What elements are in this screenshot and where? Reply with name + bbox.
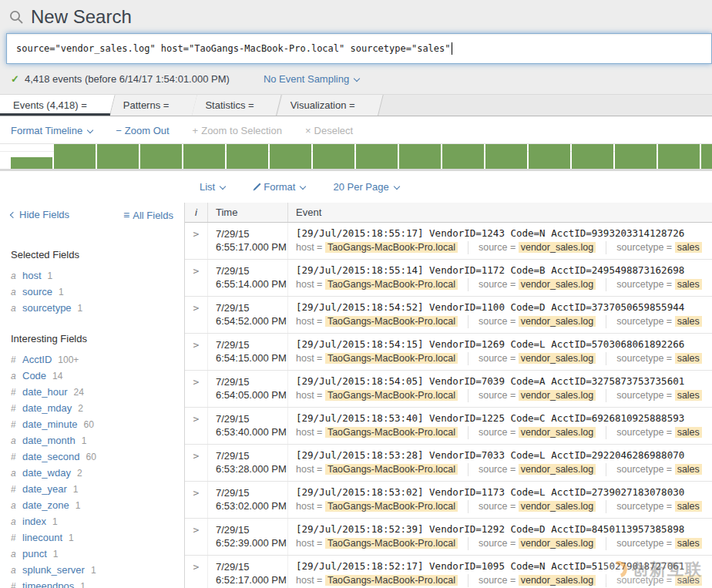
field-list-item[interactable]: # linecount 1 (11, 529, 173, 546)
tab[interactable]: Visualization (277, 95, 378, 116)
host-value[interactable]: TaoGangs-MacBook-Pro.local (325, 464, 458, 475)
field-name-link[interactable]: date_wday (22, 467, 71, 479)
timeline-bar[interactable] (529, 144, 570, 169)
expand-row-button[interactable]: > (193, 265, 200, 277)
field-list-item[interactable]: a date_wday 2 (11, 465, 173, 481)
per-page-dropdown[interactable]: 20 Per Page (333, 181, 398, 193)
tab[interactable]: Events (4,418) (0, 95, 110, 116)
events-timeline-chart[interactable] (0, 143, 712, 171)
tab[interactable]: Patterns (110, 95, 193, 116)
source-value[interactable]: vendor_sales.log (519, 427, 596, 438)
timeline-bar[interactable] (227, 144, 268, 169)
sourcetype-value[interactable]: sales (675, 501, 702, 512)
field-name-link[interactable]: index (22, 516, 46, 527)
sourcetype-value[interactable]: sales (675, 427, 702, 438)
field-list-item[interactable]: # AcctID 100+ (11, 351, 173, 368)
field-name-link[interactable]: date_month (22, 435, 76, 446)
field-list-item[interactable]: a date_month 1 (11, 432, 173, 449)
field-name-link[interactable]: date_minute (22, 418, 78, 430)
field-list-item[interactable]: a splunk_server 1 (11, 562, 173, 578)
field-list-item[interactable]: # date_mday 2 (11, 400, 173, 416)
source-value[interactable]: vendor_sales.log (519, 575, 596, 586)
source-value[interactable]: vendor_sales.log (519, 316, 596, 327)
expand-row-button[interactable]: > (193, 339, 200, 351)
sourcetype-value[interactable]: sales (675, 353, 702, 364)
deselect-button[interactable]: ×Deselect (305, 125, 353, 136)
format-timeline-dropdown[interactable]: Format Timeline (11, 125, 92, 136)
field-name-link[interactable]: date_hour (22, 386, 68, 398)
field-list-item[interactable]: a punct 1 (11, 546, 173, 562)
timeline-bar[interactable] (270, 144, 311, 169)
host-value[interactable]: TaoGangs-MacBook-Pro.local (325, 242, 458, 253)
timeline-bar[interactable] (313, 144, 354, 169)
field-list-item[interactable]: # date_hour 24 (11, 384, 173, 400)
sourcetype-value[interactable]: sales (675, 464, 702, 475)
timeline-bar[interactable] (11, 157, 52, 169)
timeline-bar[interactable] (54, 144, 96, 169)
event-sampling-dropdown[interactable]: No Event Sampling (264, 73, 359, 85)
field-list-item[interactable]: a Code 14 (11, 368, 173, 384)
field-name-link[interactable]: AcctID (22, 354, 52, 365)
field-name-link[interactable]: linecount (22, 532, 62, 543)
field-name-link[interactable]: sourcetype (22, 302, 72, 314)
field-name-link[interactable]: source (22, 286, 52, 297)
zoom-out-button[interactable]: −Zoom Out (116, 125, 169, 136)
all-fields-button[interactable]: ≡All Fields (123, 209, 173, 221)
expand-row-button[interactable]: > (193, 376, 200, 388)
search-input[interactable]: source="vendor_sales.log" host="TaoGangs… (6, 33, 712, 64)
field-name-link[interactable]: host (22, 270, 42, 281)
sourcetype-value[interactable]: sales (675, 279, 702, 290)
field-list-item[interactable]: # timeendpos 1 (11, 578, 173, 588)
field-name-link[interactable]: timeendpos (22, 580, 74, 588)
source-value[interactable]: vendor_sales.log (519, 242, 596, 253)
timeline-bar[interactable] (485, 144, 527, 169)
host-value[interactable]: TaoGangs-MacBook-Pro.local (325, 575, 458, 586)
source-value[interactable]: vendor_sales.log (519, 390, 596, 401)
source-value[interactable]: vendor_sales.log (519, 279, 596, 290)
source-value[interactable]: vendor_sales.log (519, 538, 596, 549)
host-value[interactable]: TaoGangs-MacBook-Pro.local (325, 538, 458, 549)
timeline-bar[interactable] (183, 144, 225, 169)
field-name-link[interactable]: date_mday (22, 402, 72, 414)
host-value[interactable]: TaoGangs-MacBook-Pro.local (325, 501, 458, 512)
host-value[interactable]: TaoGangs-MacBook-Pro.local (325, 427, 458, 438)
source-value[interactable]: vendor_sales.log (519, 501, 596, 512)
field-name-link[interactable]: splunk_server (22, 564, 85, 576)
timeline-bar[interactable] (97, 144, 139, 169)
timeline-bar[interactable] (615, 144, 657, 169)
field-list-item[interactable]: a host 1 (11, 267, 173, 284)
field-list-item[interactable]: a index 1 (11, 513, 173, 529)
field-name-link[interactable]: date_year (22, 483, 67, 495)
field-list-item[interactable]: a date_zone 1 (11, 497, 173, 513)
field-list-item[interactable]: a sourcetype 1 (11, 300, 173, 316)
timeline-bar[interactable] (442, 144, 484, 169)
sourcetype-value[interactable]: sales (675, 575, 702, 586)
host-value[interactable]: TaoGangs-MacBook-Pro.local (325, 390, 458, 401)
source-value[interactable]: vendor_sales.log (519, 464, 596, 475)
timeline-bar[interactable] (356, 144, 398, 169)
source-value[interactable]: vendor_sales.log (519, 353, 596, 364)
sourcetype-value[interactable]: sales (675, 242, 702, 253)
hide-fields-button[interactable]: Hide Fields (11, 209, 69, 221)
tab[interactable]: Statistics (192, 95, 277, 116)
sourcetype-value[interactable]: sales (675, 390, 702, 401)
field-list-item[interactable]: # date_second 60 (11, 449, 173, 465)
host-value[interactable]: TaoGangs-MacBook-Pro.local (325, 353, 458, 364)
list-view-dropdown[interactable]: List (200, 181, 225, 193)
format-results-dropdown[interactable]: Format (253, 181, 305, 193)
timeline-bar[interactable] (572, 144, 613, 169)
expand-row-button[interactable]: > (193, 228, 200, 240)
expand-row-button[interactable]: > (193, 561, 200, 573)
host-value[interactable]: TaoGangs-MacBook-Pro.local (325, 279, 458, 290)
timeline-bar[interactable] (140, 144, 182, 169)
host-value[interactable]: TaoGangs-MacBook-Pro.local (325, 316, 458, 327)
field-name-link[interactable]: date_zone (22, 499, 69, 511)
field-list-item[interactable]: # date_year 1 (11, 481, 173, 497)
timeline-bar[interactable] (658, 144, 700, 169)
expand-row-button[interactable]: > (193, 487, 200, 499)
timeline-bar[interactable] (399, 144, 441, 169)
expand-row-button[interactable]: > (193, 302, 200, 314)
zoom-to-selection-button[interactable]: +Zoom to Selection (193, 125, 282, 136)
sourcetype-value[interactable]: sales (675, 316, 702, 327)
expand-row-button[interactable]: > (193, 524, 200, 536)
